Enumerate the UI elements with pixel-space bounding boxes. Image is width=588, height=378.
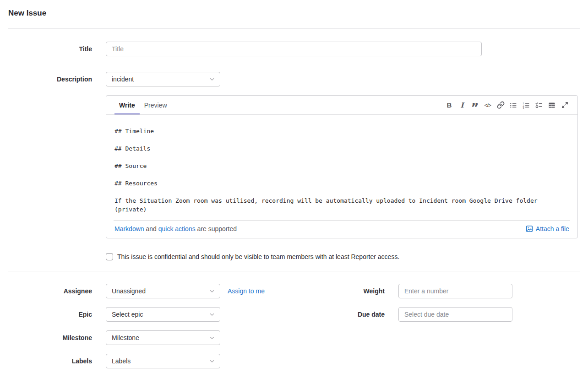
code-icon[interactable]: </> bbox=[481, 99, 494, 112]
milestone-row: Milestone Milestone bbox=[8, 330, 580, 345]
image-attach-icon bbox=[526, 225, 533, 232]
header-divider bbox=[8, 28, 580, 29]
svg-text:3: 3 bbox=[523, 106, 524, 108]
tab-preview[interactable]: Preview bbox=[140, 96, 172, 114]
editor-row: Write Preview B I ” </> 123 bbox=[8, 95, 580, 238]
epic-value: Select epic bbox=[112, 311, 209, 318]
assignee-value: Unassigned bbox=[112, 287, 209, 295]
assignee-label: Assignee bbox=[8, 287, 92, 295]
assign-to-me-link[interactable]: Assign to me bbox=[228, 287, 265, 295]
section-divider bbox=[8, 271, 580, 271]
maximize-icon[interactable] bbox=[558, 99, 571, 112]
milestone-select[interactable]: Milestone bbox=[106, 330, 220, 345]
labels-label: Labels bbox=[8, 357, 92, 365]
and-text: and bbox=[146, 225, 156, 232]
confidential-row: This issue is confidential and should on… bbox=[8, 253, 580, 260]
markdown-toolbar: B I ” </> 123 bbox=[443, 96, 571, 114]
chevron-down-icon bbox=[209, 358, 215, 364]
metadata-section: Assignee Unassigned Assign to me Weight … bbox=[8, 284, 580, 368]
quick-actions-link[interactable]: quick actions bbox=[158, 225, 196, 232]
description-label: Description bbox=[8, 76, 92, 83]
milestone-value: Milestone bbox=[112, 334, 209, 341]
milestone-label: Milestone bbox=[8, 334, 92, 341]
markdown-help-text: Markdown and quick actions are supported bbox=[114, 225, 237, 232]
title-label: Title bbox=[8, 45, 92, 53]
list-numbered-icon[interactable]: 123 bbox=[520, 99, 533, 112]
labels-row: Labels Labels bbox=[8, 354, 580, 368]
chevron-down-icon bbox=[209, 335, 215, 341]
supported-text: are supported bbox=[197, 225, 237, 232]
epic-label: Epic bbox=[8, 311, 92, 318]
confidential-wrap: This issue is confidential and should on… bbox=[106, 253, 399, 260]
due-date-input[interactable] bbox=[398, 307, 512, 322]
labels-value: Labels bbox=[112, 357, 209, 365]
labels-select[interactable]: Labels bbox=[106, 354, 220, 368]
markdown-link[interactable]: Markdown bbox=[114, 225, 144, 232]
assignee-select[interactable]: Unassigned bbox=[106, 284, 220, 298]
quote-icon[interactable]: ” bbox=[468, 99, 481, 112]
confidential-label: This issue is confidential and should on… bbox=[117, 253, 399, 260]
bold-icon[interactable]: B bbox=[443, 99, 456, 112]
epic-select[interactable]: Select epic bbox=[106, 307, 220, 322]
epic-duedate-row: Epic Select epic Due date bbox=[8, 307, 580, 322]
chevron-down-icon bbox=[209, 311, 215, 318]
table-icon[interactable] bbox=[545, 99, 558, 112]
weight-label: Weight bbox=[364, 287, 385, 295]
confidential-checkbox[interactable] bbox=[106, 253, 113, 260]
italic-icon[interactable]: I bbox=[456, 99, 468, 112]
new-issue-page: New Issue Title Description incident Wri… bbox=[0, 0, 588, 368]
markdown-editor: Write Preview B I ” </> 123 bbox=[106, 95, 578, 238]
markdown-editor-header: Write Preview B I ” </> 123 bbox=[106, 96, 577, 115]
weight-input[interactable] bbox=[398, 284, 512, 298]
chevron-down-icon bbox=[209, 76, 215, 82]
assignee-weight-mid: Assign to me Weight bbox=[220, 287, 385, 295]
title-row: Title bbox=[8, 42, 580, 56]
description-textarea[interactable]: ## Timeline ## Details ## Source ## Reso… bbox=[106, 115, 577, 220]
page-title: New Issue bbox=[8, 0, 580, 18]
list-bulleted-icon[interactable] bbox=[507, 99, 520, 112]
chevron-down-icon bbox=[209, 288, 215, 294]
tab-write[interactable]: Write bbox=[114, 96, 140, 114]
title-input[interactable] bbox=[106, 42, 482, 56]
assignee-weight-row: Assignee Unassigned Assign to me Weight bbox=[8, 284, 580, 298]
due-date-label: Due date bbox=[358, 311, 385, 318]
attach-file-button[interactable]: Attach a file bbox=[526, 225, 569, 232]
epic-duedate-mid: Due date bbox=[220, 311, 385, 318]
link-icon[interactable] bbox=[494, 99, 507, 112]
template-selected-value: incident bbox=[112, 76, 209, 83]
attach-file-label: Attach a file bbox=[536, 225, 569, 232]
list-task-icon[interactable] bbox=[533, 99, 545, 112]
description-row: Description incident bbox=[8, 72, 580, 86]
description-template-select[interactable]: incident bbox=[106, 72, 220, 86]
markdown-editor-footer: Markdown and quick actions are supported… bbox=[114, 220, 570, 238]
